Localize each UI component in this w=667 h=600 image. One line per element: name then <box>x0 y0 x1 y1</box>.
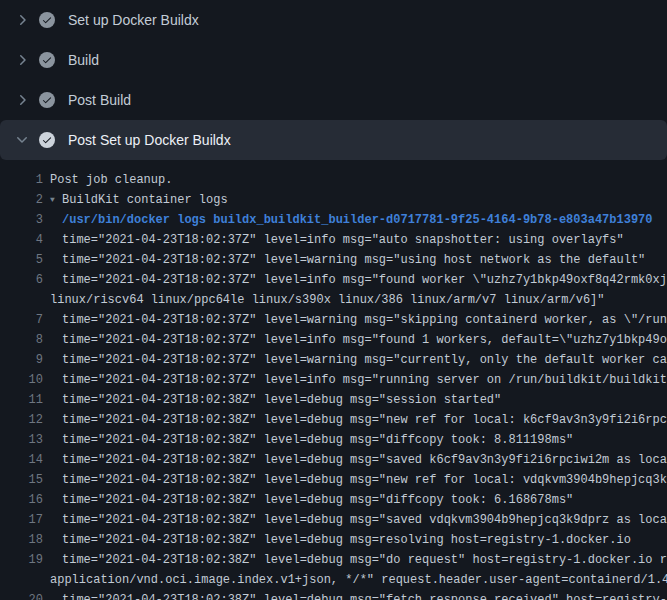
log-line-text: time="2021-04-23T18:02:38Z" level=debug … <box>62 490 573 510</box>
log-line-number[interactable]: 18 <box>0 530 43 550</box>
log-line-number[interactable]: 12 <box>0 410 43 430</box>
step-label: Post Build <box>68 92 131 108</box>
step-label: Set up Docker Buildx <box>68 12 199 28</box>
log-line-text: time="2021-04-23T18:02:38Z" level=debug … <box>62 450 667 470</box>
log-line: 11 time="2021-04-23T18:02:38Z" level=deb… <box>0 390 667 410</box>
log-line-number[interactable]: 7 <box>0 310 43 330</box>
log-line: 5 time="2021-04-23T18:02:37Z" level=warn… <box>0 250 667 270</box>
check-circle-icon <box>39 12 55 28</box>
log-line-text: BuildKit container logs <box>62 190 228 210</box>
log-line-number[interactable]: 5 <box>0 250 43 270</box>
log-line-number[interactable]: 16 <box>0 490 43 510</box>
log-line: 9 time="2021-04-23T18:02:37Z" level=warn… <box>0 350 667 370</box>
log-line-number[interactable]: 13 <box>0 430 43 450</box>
log-line: 16 time="2021-04-23T18:02:38Z" level=deb… <box>0 490 667 510</box>
step-header-1[interactable]: Build <box>0 40 667 80</box>
log-line-number[interactable]: 9 <box>0 350 43 370</box>
step-label: Post Set up Docker Buildx <box>68 132 231 148</box>
log-line-text: time="2021-04-23T18:02:38Z" level=debug … <box>62 590 667 600</box>
log-line-text: time="2021-04-23T18:02:37Z" level=info m… <box>62 330 667 350</box>
log-line-text: time="2021-04-23T18:02:37Z" level=info m… <box>62 370 667 390</box>
log-line-number[interactable]: 2 <box>0 190 43 210</box>
log-line: 20 time="2021-04-23T18:02:38Z" level=deb… <box>0 590 667 600</box>
log-line-text: linux/riscv64 linux/ppc64le linux/s390x … <box>50 290 605 310</box>
log-line: 15 time="2021-04-23T18:02:38Z" level=deb… <box>0 470 667 490</box>
log-line-text: time="2021-04-23T18:02:37Z" level=warnin… <box>62 250 645 270</box>
log-line-number[interactable]: 10 <box>0 370 43 390</box>
log-container: 1 Post job cleanup. 2 ▼ BuildKit contain… <box>0 160 667 600</box>
log-line: 19 time="2021-04-23T18:02:38Z" level=deb… <box>0 550 667 570</box>
log-line-number[interactable]: 19 <box>0 550 43 570</box>
step-header-0[interactable]: Set up Docker Buildx <box>0 0 667 40</box>
log-line-number[interactable] <box>0 570 43 590</box>
log-line-number[interactable]: 6 <box>0 270 43 290</box>
log-line-number[interactable]: 20 <box>0 590 43 600</box>
check-circle-icon <box>39 52 55 68</box>
step-header-2[interactable]: Post Build <box>0 80 667 120</box>
step-chevron <box>14 52 30 68</box>
triangle-down-icon[interactable]: ▼ <box>50 190 62 210</box>
log-line-number[interactable]: 14 <box>0 450 43 470</box>
log-line: 6 time="2021-04-23T18:02:37Z" level=info… <box>0 270 667 290</box>
log-line: 14 time="2021-04-23T18:02:38Z" level=deb… <box>0 450 667 470</box>
log-line: 4 time="2021-04-23T18:02:37Z" level=info… <box>0 230 667 250</box>
log-line-number[interactable]: 17 <box>0 510 43 530</box>
log-line-text: time="2021-04-23T18:02:38Z" level=debug … <box>62 390 501 410</box>
log-line-number[interactable]: 15 <box>0 470 43 490</box>
log-line-number[interactable]: 11 <box>0 390 43 410</box>
log-line-number[interactable]: 4 <box>0 230 43 250</box>
chevron-right-icon <box>14 12 30 28</box>
log-line: 1 Post job cleanup. <box>0 170 667 190</box>
log-line-text: /usr/bin/docker logs buildx_buildkit_bui… <box>62 210 653 230</box>
steps-list: Set up Docker Buildx Build Post Build Po… <box>0 0 667 160</box>
log-line-text: time="2021-04-23T18:02:38Z" level=debug … <box>62 510 667 530</box>
log-line: 7 time="2021-04-23T18:02:37Z" level=warn… <box>0 310 667 330</box>
step-header-3[interactable]: Post Set up Docker Buildx <box>0 120 667 160</box>
log-line-text: application/vnd.oci.image.index.v1+json,… <box>50 570 667 590</box>
log-line-text: time="2021-04-23T18:02:38Z" level=debug … <box>62 410 667 430</box>
step-chevron <box>14 132 30 148</box>
log-line: 17 time="2021-04-23T18:02:38Z" level=deb… <box>0 510 667 530</box>
log-line-text: time="2021-04-23T18:02:37Z" level=info m… <box>62 270 667 290</box>
step-chevron <box>14 92 30 108</box>
log-line-text: time="2021-04-23T18:02:38Z" level=debug … <box>62 470 667 490</box>
check-circle-icon <box>39 132 55 148</box>
log-line-text: time="2021-04-23T18:02:37Z" level=warnin… <box>62 350 667 370</box>
log-line-number[interactable] <box>0 290 43 310</box>
log-line-text: Post job cleanup. <box>50 170 172 190</box>
log-line: 12 time="2021-04-23T18:02:38Z" level=deb… <box>0 410 667 430</box>
log-line-number[interactable]: 8 <box>0 330 43 350</box>
log-line: linux/riscv64 linux/ppc64le linux/s390x … <box>0 290 667 310</box>
log-line-text: time="2021-04-23T18:02:37Z" level=info m… <box>62 230 624 250</box>
log-line-number[interactable]: 1 <box>0 170 43 190</box>
log-line: application/vnd.oci.image.index.v1+json,… <box>0 570 667 590</box>
chevron-down-icon <box>14 132 30 148</box>
log-line: 3 /usr/bin/docker logs buildx_buildkit_b… <box>0 210 667 230</box>
step-chevron <box>14 12 30 28</box>
log-line: 2 ▼ BuildKit container logs <box>0 190 667 210</box>
log-line-text: time="2021-04-23T18:02:38Z" level=debug … <box>62 550 667 570</box>
check-circle-icon <box>39 92 55 108</box>
log-line-text: time="2021-04-23T18:02:37Z" level=warnin… <box>62 310 667 330</box>
log-line-text: time="2021-04-23T18:02:38Z" level=debug … <box>62 530 631 550</box>
chevron-right-icon <box>14 92 30 108</box>
log-line: 18 time="2021-04-23T18:02:38Z" level=deb… <box>0 530 667 550</box>
log-line: 13 time="2021-04-23T18:02:38Z" level=deb… <box>0 430 667 450</box>
log-line-text: time="2021-04-23T18:02:38Z" level=debug … <box>62 430 573 450</box>
log-line: 10 time="2021-04-23T18:02:37Z" level=inf… <box>0 370 667 390</box>
chevron-right-icon <box>14 52 30 68</box>
log-line: 8 time="2021-04-23T18:02:37Z" level=info… <box>0 330 667 350</box>
step-label: Build <box>68 52 99 68</box>
log-line-number[interactable]: 3 <box>0 210 43 230</box>
